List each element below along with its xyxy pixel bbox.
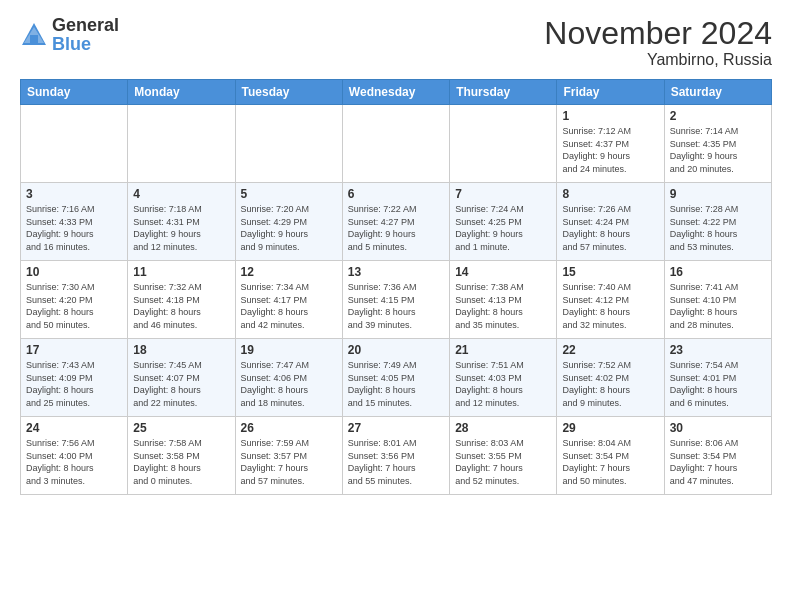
calendar-cell: 9Sunrise: 7:28 AM Sunset: 4:22 PM Daylig…: [664, 183, 771, 261]
calendar-cell: 21Sunrise: 7:51 AM Sunset: 4:03 PM Dayli…: [450, 339, 557, 417]
day-info: Sunrise: 7:56 AM Sunset: 4:00 PM Dayligh…: [26, 437, 122, 487]
day-info: Sunrise: 7:58 AM Sunset: 3:58 PM Dayligh…: [133, 437, 229, 487]
day-number: 21: [455, 343, 551, 357]
calendar-cell: 22Sunrise: 7:52 AM Sunset: 4:02 PM Dayli…: [557, 339, 664, 417]
calendar-table: Sunday Monday Tuesday Wednesday Thursday…: [20, 79, 772, 495]
page-subtitle: Yambirno, Russia: [544, 51, 772, 69]
day-number: 7: [455, 187, 551, 201]
day-info: Sunrise: 7:22 AM Sunset: 4:27 PM Dayligh…: [348, 203, 444, 253]
day-number: 22: [562, 343, 658, 357]
day-number: 14: [455, 265, 551, 279]
calendar-week-3: 10Sunrise: 7:30 AM Sunset: 4:20 PM Dayli…: [21, 261, 772, 339]
calendar-cell: [21, 105, 128, 183]
day-number: 30: [670, 421, 766, 435]
day-info: Sunrise: 7:59 AM Sunset: 3:57 PM Dayligh…: [241, 437, 337, 487]
day-number: 8: [562, 187, 658, 201]
day-number: 12: [241, 265, 337, 279]
logo: General Blue: [20, 16, 119, 54]
calendar-cell: 2Sunrise: 7:14 AM Sunset: 4:35 PM Daylig…: [664, 105, 771, 183]
day-info: Sunrise: 8:04 AM Sunset: 3:54 PM Dayligh…: [562, 437, 658, 487]
header-friday: Friday: [557, 80, 664, 105]
logo-blue: Blue: [52, 34, 91, 54]
day-number: 26: [241, 421, 337, 435]
day-number: 18: [133, 343, 229, 357]
calendar-cell: [342, 105, 449, 183]
day-info: Sunrise: 7:16 AM Sunset: 4:33 PM Dayligh…: [26, 203, 122, 253]
day-number: 25: [133, 421, 229, 435]
calendar-cell: 27Sunrise: 8:01 AM Sunset: 3:56 PM Dayli…: [342, 417, 449, 495]
calendar-cell: 13Sunrise: 7:36 AM Sunset: 4:15 PM Dayli…: [342, 261, 449, 339]
day-info: Sunrise: 8:06 AM Sunset: 3:54 PM Dayligh…: [670, 437, 766, 487]
day-info: Sunrise: 7:51 AM Sunset: 4:03 PM Dayligh…: [455, 359, 551, 409]
svg-rect-2: [30, 35, 38, 45]
calendar-cell: 4Sunrise: 7:18 AM Sunset: 4:31 PM Daylig…: [128, 183, 235, 261]
day-number: 13: [348, 265, 444, 279]
calendar-cell: 14Sunrise: 7:38 AM Sunset: 4:13 PM Dayli…: [450, 261, 557, 339]
day-number: 3: [26, 187, 122, 201]
day-info: Sunrise: 7:36 AM Sunset: 4:15 PM Dayligh…: [348, 281, 444, 331]
day-info: Sunrise: 7:20 AM Sunset: 4:29 PM Dayligh…: [241, 203, 337, 253]
day-number: 23: [670, 343, 766, 357]
day-info: Sunrise: 7:40 AM Sunset: 4:12 PM Dayligh…: [562, 281, 658, 331]
header-row: Sunday Monday Tuesday Wednesday Thursday…: [21, 80, 772, 105]
day-info: Sunrise: 7:47 AM Sunset: 4:06 PM Dayligh…: [241, 359, 337, 409]
day-info: Sunrise: 7:41 AM Sunset: 4:10 PM Dayligh…: [670, 281, 766, 331]
page: General Blue November 2024 Yambirno, Rus…: [0, 0, 792, 612]
calendar-cell: 25Sunrise: 7:58 AM Sunset: 3:58 PM Dayli…: [128, 417, 235, 495]
calendar-body: 1Sunrise: 7:12 AM Sunset: 4:37 PM Daylig…: [21, 105, 772, 495]
day-number: 19: [241, 343, 337, 357]
day-number: 20: [348, 343, 444, 357]
day-info: Sunrise: 7:52 AM Sunset: 4:02 PM Dayligh…: [562, 359, 658, 409]
calendar-cell: 18Sunrise: 7:45 AM Sunset: 4:07 PM Dayli…: [128, 339, 235, 417]
day-info: Sunrise: 7:14 AM Sunset: 4:35 PM Dayligh…: [670, 125, 766, 175]
calendar-cell: 20Sunrise: 7:49 AM Sunset: 4:05 PM Dayli…: [342, 339, 449, 417]
calendar-cell: 29Sunrise: 8:04 AM Sunset: 3:54 PM Dayli…: [557, 417, 664, 495]
calendar-cell: 15Sunrise: 7:40 AM Sunset: 4:12 PM Dayli…: [557, 261, 664, 339]
calendar-cell: [450, 105, 557, 183]
day-number: 9: [670, 187, 766, 201]
calendar-cell: 17Sunrise: 7:43 AM Sunset: 4:09 PM Dayli…: [21, 339, 128, 417]
calendar-cell: 12Sunrise: 7:34 AM Sunset: 4:17 PM Dayli…: [235, 261, 342, 339]
day-number: 4: [133, 187, 229, 201]
calendar-cell: 11Sunrise: 7:32 AM Sunset: 4:18 PM Dayli…: [128, 261, 235, 339]
day-info: Sunrise: 8:01 AM Sunset: 3:56 PM Dayligh…: [348, 437, 444, 487]
header-saturday: Saturday: [664, 80, 771, 105]
calendar-cell: 19Sunrise: 7:47 AM Sunset: 4:06 PM Dayli…: [235, 339, 342, 417]
calendar-cell: [128, 105, 235, 183]
logo-general: General: [52, 15, 119, 35]
calendar-week-2: 3Sunrise: 7:16 AM Sunset: 4:33 PM Daylig…: [21, 183, 772, 261]
day-number: 16: [670, 265, 766, 279]
day-info: Sunrise: 8:03 AM Sunset: 3:55 PM Dayligh…: [455, 437, 551, 487]
day-number: 15: [562, 265, 658, 279]
header-sunday: Sunday: [21, 80, 128, 105]
calendar-cell: 24Sunrise: 7:56 AM Sunset: 4:00 PM Dayli…: [21, 417, 128, 495]
calendar-week-5: 24Sunrise: 7:56 AM Sunset: 4:00 PM Dayli…: [21, 417, 772, 495]
day-info: Sunrise: 7:32 AM Sunset: 4:18 PM Dayligh…: [133, 281, 229, 331]
day-number: 6: [348, 187, 444, 201]
day-number: 27: [348, 421, 444, 435]
calendar-cell: 3Sunrise: 7:16 AM Sunset: 4:33 PM Daylig…: [21, 183, 128, 261]
calendar-cell: 5Sunrise: 7:20 AM Sunset: 4:29 PM Daylig…: [235, 183, 342, 261]
logo-icon: [20, 21, 48, 49]
day-info: Sunrise: 7:28 AM Sunset: 4:22 PM Dayligh…: [670, 203, 766, 253]
calendar-cell: [235, 105, 342, 183]
calendar-cell: 16Sunrise: 7:41 AM Sunset: 4:10 PM Dayli…: [664, 261, 771, 339]
day-info: Sunrise: 7:45 AM Sunset: 4:07 PM Dayligh…: [133, 359, 229, 409]
calendar-header: Sunday Monday Tuesday Wednesday Thursday…: [21, 80, 772, 105]
day-number: 11: [133, 265, 229, 279]
day-info: Sunrise: 7:26 AM Sunset: 4:24 PM Dayligh…: [562, 203, 658, 253]
calendar-week-4: 17Sunrise: 7:43 AM Sunset: 4:09 PM Dayli…: [21, 339, 772, 417]
day-number: 5: [241, 187, 337, 201]
header-thursday: Thursday: [450, 80, 557, 105]
day-info: Sunrise: 7:49 AM Sunset: 4:05 PM Dayligh…: [348, 359, 444, 409]
day-number: 2: [670, 109, 766, 123]
calendar-cell: 1Sunrise: 7:12 AM Sunset: 4:37 PM Daylig…: [557, 105, 664, 183]
calendar-cell: 8Sunrise: 7:26 AM Sunset: 4:24 PM Daylig…: [557, 183, 664, 261]
calendar-cell: 10Sunrise: 7:30 AM Sunset: 4:20 PM Dayli…: [21, 261, 128, 339]
day-info: Sunrise: 7:30 AM Sunset: 4:20 PM Dayligh…: [26, 281, 122, 331]
day-number: 24: [26, 421, 122, 435]
day-number: 29: [562, 421, 658, 435]
day-info: Sunrise: 7:38 AM Sunset: 4:13 PM Dayligh…: [455, 281, 551, 331]
header-monday: Monday: [128, 80, 235, 105]
header-tuesday: Tuesday: [235, 80, 342, 105]
